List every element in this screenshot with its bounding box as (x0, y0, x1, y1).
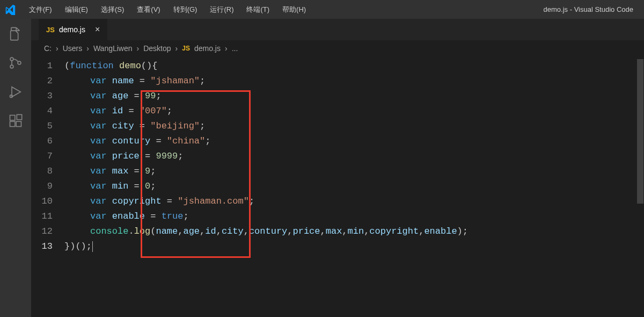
menu-terminal[interactable]: 终端(T) (240, 3, 276, 17)
run-debug-icon[interactable] (7, 83, 24, 100)
editor-area: JS demo.js × C:› Users› WangLiwen› Deskt… (31, 19, 644, 317)
code-line[interactable]: var name = "jshaman"; (64, 74, 644, 89)
code-content[interactable]: (function demo(){var name = "jshaman";va… (64, 59, 644, 317)
extensions-icon[interactable] (7, 112, 24, 129)
chevron-icon: › (137, 44, 140, 53)
chevron-icon: › (86, 44, 89, 53)
svg-point-2 (18, 61, 21, 64)
text-cursor (92, 241, 93, 252)
code-line[interactable]: var age = 99; (64, 89, 644, 104)
line-number: 13 (31, 239, 53, 254)
line-number: 12 (31, 224, 53, 239)
breadcrumb-part[interactable]: Users (63, 44, 83, 53)
line-number: 6 (31, 134, 53, 149)
breadcrumb-part[interactable]: WangLiwen (93, 44, 133, 53)
line-number: 5 (31, 119, 53, 134)
code-line[interactable]: var price = 9999; (64, 149, 644, 164)
menu-go[interactable]: 转到(G) (167, 3, 204, 17)
svg-rect-5 (10, 121, 15, 126)
svg-point-0 (10, 57, 13, 61)
source-control-icon[interactable] (7, 54, 24, 71)
chevron-icon: › (56, 44, 58, 53)
js-file-icon: JS (182, 45, 190, 52)
tab-demo-js[interactable]: JS demo.js × (39, 19, 108, 40)
menu-help[interactable]: 帮助(H) (276, 3, 312, 17)
activity-bar (0, 19, 31, 317)
code-line[interactable]: var enable = true; (64, 209, 644, 224)
code-line[interactable]: var copyright = "jshaman.com"; (64, 194, 644, 209)
scrollbar-thumb[interactable] (637, 59, 643, 204)
code-line[interactable]: (function demo(){ (64, 59, 644, 74)
breadcrumb-symbol[interactable]: ... (232, 44, 238, 53)
menu-view[interactable]: 查看(V) (130, 3, 166, 17)
titlebar: 文件(F) 编辑(E) 选择(S) 查看(V) 转到(G) 运行(R) 终端(T… (0, 0, 644, 19)
code-line[interactable]: var id = "007"; (64, 104, 644, 119)
code-line[interactable]: console.log(name,age,id,city,contury,pri… (64, 224, 644, 239)
line-number: 9 (31, 179, 53, 194)
js-file-icon: JS (46, 26, 55, 34)
code-line[interactable]: })(); (64, 239, 644, 254)
code-line[interactable]: var contury = "china"; (64, 134, 644, 149)
vertical-scrollbar[interactable] (636, 59, 644, 317)
editor-tabs: JS demo.js × (31, 19, 644, 40)
svg-rect-7 (17, 114, 21, 119)
breadcrumb-part[interactable]: C: (44, 44, 52, 53)
menu-file[interactable]: 文件(F) (23, 3, 58, 17)
breadcrumb-file[interactable]: demo.js (194, 44, 221, 53)
menu-run[interactable]: 运行(R) (203, 3, 240, 17)
code-line[interactable]: var city = "beijing"; (64, 119, 644, 134)
breadcrumb-part[interactable]: Desktop (143, 44, 171, 53)
tab-label: demo.js (59, 25, 85, 34)
menu-bar: 文件(F) 编辑(E) 选择(S) 查看(V) 转到(G) 运行(R) 终端(T… (23, 3, 312, 17)
svg-point-1 (10, 65, 13, 68)
svg-point-3 (10, 95, 13, 98)
svg-rect-6 (16, 121, 21, 126)
line-number: 10 (31, 194, 53, 209)
breadcrumb[interactable]: C:› Users› WangLiwen› Desktop› JS demo.j… (31, 40, 644, 56)
line-number-gutter: 12345678910111213 (31, 59, 64, 317)
line-number: 7 (31, 149, 53, 164)
line-number: 3 (31, 89, 53, 104)
line-number: 1 (31, 59, 53, 74)
line-number: 4 (31, 104, 53, 119)
chevron-icon: › (225, 44, 228, 53)
code-line[interactable]: var min = 0; (64, 179, 644, 194)
window-title: demo.js - Visual Studio Code (312, 5, 640, 13)
vscode-icon (4, 4, 16, 16)
code-line[interactable]: var max = 9; (64, 164, 644, 179)
line-number: 2 (31, 74, 53, 89)
close-icon[interactable]: × (95, 25, 100, 34)
code-editor[interactable]: 12345678910111213 (function demo(){var n… (31, 56, 644, 317)
explorer-icon[interactable] (7, 25, 24, 42)
line-number: 8 (31, 164, 53, 179)
svg-rect-4 (10, 116, 15, 120)
menu-edit[interactable]: 编辑(E) (58, 3, 94, 17)
line-number: 11 (31, 209, 53, 224)
menu-selection[interactable]: 选择(S) (94, 3, 130, 17)
chevron-icon: › (175, 44, 178, 53)
